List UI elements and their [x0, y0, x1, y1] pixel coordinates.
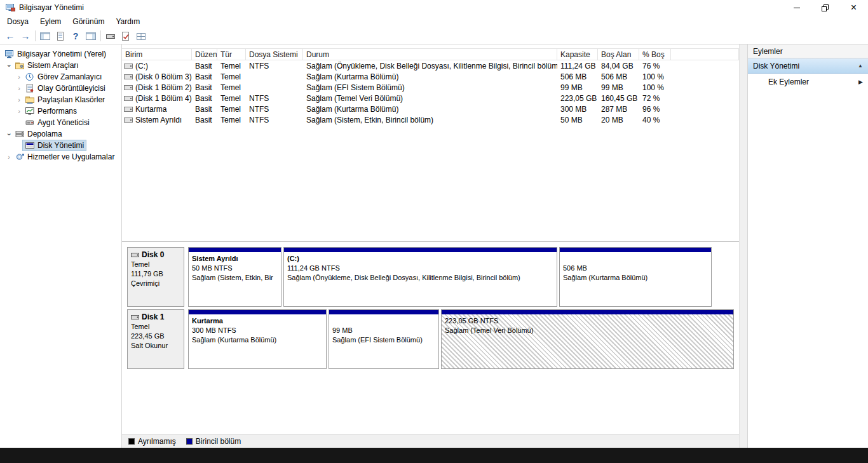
actions-item-ek-eylemler[interactable]: Ek Eylemler ▶	[748, 74, 868, 90]
primary-partition-band	[189, 248, 281, 252]
tree-item-hizmetler-ve-uygulamalar[interactable]: › Hizmetler ve Uygulamalar	[0, 151, 121, 163]
volume-type: Temel	[217, 94, 246, 103]
menu-yardim[interactable]: Yardım	[110, 16, 146, 27]
title-bar: Bilgisayar Yönetimi ×	[0, 0, 868, 15]
chevron-expanded-icon[interactable]: ›	[6, 130, 13, 138]
volume-row-sistem-ayrildi[interactable]: Sistem Ayrıldı Basit Temel NTFS Sağlam (…	[122, 114, 739, 125]
menu-gorunum[interactable]: Görünüm	[67, 16, 110, 27]
tree-item-label: Sistem Araçları	[27, 61, 79, 70]
chevron-collapsed-icon[interactable]: ›	[15, 108, 23, 115]
document-check-icon	[121, 32, 131, 41]
disk-name: Disk 1	[142, 312, 164, 322]
disk-properties-button[interactable]	[103, 29, 118, 43]
disk-status: Çevrimiçi	[131, 279, 180, 288]
partition-temel-veri[interactable]: 223,05 GB NTFS Sağlam (Temel Veri Bölümü…	[441, 309, 734, 369]
legend-bar: Ayrılmamış Birincil bölüm	[122, 434, 739, 448]
column-header-bos-alan[interactable]: Boş Alan	[598, 49, 639, 60]
close-button[interactable]: ×	[839, 0, 868, 15]
minimize-button[interactable]	[782, 0, 811, 15]
computer-icon	[4, 50, 15, 58]
column-header-kapasite[interactable]: Kapasite	[557, 49, 598, 60]
volume-free: 287 MB	[598, 105, 639, 114]
column-header-dosya-sistemi[interactable]: Dosya Sistemi	[246, 49, 303, 60]
column-header-birim[interactable]: Birim	[122, 49, 192, 60]
volume-status: Sağlam (Önyükleme, Disk Belleği Dosyası,…	[303, 62, 557, 70]
legend-unallocated: Ayrılmamış	[128, 437, 176, 446]
action-pane-button[interactable]	[83, 29, 98, 43]
partition-efi[interactable]: 99 MB Sağlam (EFI Sistem Bölümü)	[329, 309, 439, 369]
chevron-collapsed-icon[interactable]: ›	[15, 85, 23, 92]
disk-0-header[interactable]: Disk 0 Temel 111,79 GB Çevrimiçi	[127, 247, 184, 307]
volume-type: Temel	[217, 105, 246, 114]
grid-view-icon	[136, 32, 146, 41]
vertical-scrollbar[interactable]	[739, 44, 747, 448]
chevron-expanded-icon[interactable]: ›	[6, 62, 13, 69]
chevron-up-icon[interactable]: ▲	[858, 63, 863, 69]
volume-pct-free: 72 %	[639, 94, 671, 103]
tree-item-disk-yonetimi[interactable]: Disk Yönetimi	[0, 140, 121, 151]
column-header-duzen[interactable]: Düzen	[192, 49, 217, 60]
primary-partition-band	[189, 310, 326, 314]
disk-1-header[interactable]: Disk 1 Temel 223,45 GB Salt Okunur	[127, 309, 184, 369]
console-tree-pane: Bilgisayar Yönetimi (Yerel) › Sistem Ara…	[0, 44, 122, 448]
menu-eylem[interactable]: Eylem	[34, 16, 67, 27]
forward-button[interactable]: →	[18, 29, 33, 43]
tree-item-performans[interactable]: › Performans	[0, 105, 121, 117]
tree-item-paylasilan-klasorler[interactable]: › Paylaşılan Klasörler	[0, 94, 121, 105]
partition-size: 99 MB	[332, 326, 435, 335]
tree-item-gorev-zamanlayici[interactable]: › Görev Zamanlayıcı	[0, 71, 121, 83]
partition-506mb-recovery[interactable]: 506 MB Sağlam (Kurtarma Bölümü)	[559, 247, 712, 307]
rescan-disks-button[interactable]	[118, 29, 133, 43]
toolbar: ← → ?	[0, 28, 868, 44]
volume-layout: Basit	[192, 83, 217, 92]
volume-icon	[124, 116, 133, 124]
partition-kurtarma[interactable]: Kurtarma 300 MB NTFS Sağlam (Kurtarma Bö…	[188, 309, 327, 369]
help-button[interactable]: ?	[68, 29, 83, 43]
volume-pct-free: 40 %	[639, 116, 671, 124]
actions-group-disk-yonetimi[interactable]: Disk Yönetimi ▲	[748, 58, 868, 74]
graphical-disk-view: Disk 0 Temel 111,79 GB Çevrimiçi Sistem …	[122, 242, 739, 434]
volume-row-disk1-bolum2[interactable]: (Disk 1 Bölüm 2) Basit Temel Sağlam (EFI…	[122, 82, 739, 93]
view-button[interactable]	[133, 29, 149, 43]
taskbar[interactable]	[0, 448, 868, 463]
volume-row-disk0-bolum3[interactable]: (Disk 0 Bölüm 3) Basit Temel Sağlam (Kur…	[122, 71, 739, 82]
tree-item-depolama[interactable]: › Depolama	[0, 128, 121, 140]
partition-body: 99 MB Sağlam (EFI Sistem Bölümü)	[329, 314, 438, 368]
volume-row-kurtarma[interactable]: Kurtarma Basit Temel NTFS Sağlam (Kurtar…	[122, 104, 739, 114]
partition-status: Sağlam (Kurtarma Bölümü)	[563, 273, 708, 283]
restore-button[interactable]	[811, 0, 839, 15]
menu-dosya[interactable]: Dosya	[1, 16, 34, 27]
tree-item-sistem-araclari[interactable]: › Sistem Araçları	[0, 60, 121, 71]
primary-partition-color-swatch	[186, 438, 193, 445]
volume-row-disk1-bolum4[interactable]: (Disk 1 Bölüm 4) Basit Temel NTFS Sağlam…	[122, 93, 739, 104]
partition-size: 50 MB NTFS	[192, 264, 278, 273]
partition-body: Kurtarma 300 MB NTFS Sağlam (Kurtarma Bö…	[189, 314, 326, 368]
minimize-icon	[794, 8, 800, 8]
volume-capacity: 50 MB	[557, 116, 598, 124]
disk-drive-icon	[105, 32, 116, 41]
volume-free: 160,45 GB	[598, 94, 639, 103]
tree-item-aygit-yoneticisi[interactable]: Aygıt Yöneticisi	[0, 117, 121, 128]
export-list-button[interactable]	[53, 29, 68, 43]
partition-sistem-ayrildi[interactable]: Sistem Ayrıldı 50 MB NTFS Sağlam (Sistem…	[188, 247, 281, 307]
toolbar-separator	[35, 30, 36, 41]
column-header-yuzde-bos[interactable]: % Boş	[639, 49, 671, 60]
partition-size: 506 MB	[563, 264, 708, 273]
tree-item-bilgisayar-yonetimi[interactable]: Bilgisayar Yönetimi (Yerel)	[0, 48, 121, 60]
console-tree-button[interactable]	[37, 29, 53, 43]
volume-name: (C:)	[135, 62, 148, 70]
chevron-collapsed-icon[interactable]: ›	[5, 154, 13, 161]
storage-icon	[15, 130, 25, 138]
partition-c[interactable]: (C:) 111,24 GB NTFS Sağlam (Önyükleme, D…	[283, 247, 557, 307]
volume-name: (Disk 1 Bölüm 2)	[135, 83, 192, 92]
volume-row-c[interactable]: (C:) Basit Temel NTFS Sağlam (Önyükleme,…	[122, 60, 739, 71]
disk-status: Salt Okunur	[131, 341, 180, 351]
column-header-durum[interactable]: Durum	[303, 49, 557, 60]
column-header-tur[interactable]: Tür	[217, 49, 246, 60]
volume-type: Temel	[217, 116, 246, 124]
chevron-collapsed-icon[interactable]: ›	[15, 74, 23, 81]
app-icon[interactable]	[5, 3, 15, 12]
tree-item-olay-goruntuleyicisi[interactable]: › Olay Görüntüleyicisi	[0, 83, 121, 94]
chevron-collapsed-icon[interactable]: ›	[15, 97, 23, 104]
back-button[interactable]: ←	[3, 29, 18, 43]
